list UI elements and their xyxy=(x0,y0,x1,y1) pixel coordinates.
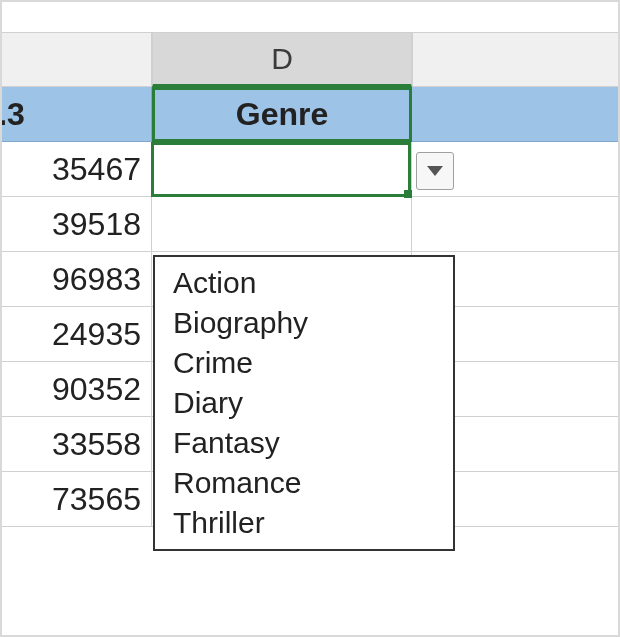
dropdown-option[interactable]: Biography xyxy=(159,303,449,343)
header-cell-prev[interactable]: .3 xyxy=(0,87,152,142)
dropdown-option[interactable]: Romance xyxy=(159,463,449,503)
dropdown-option[interactable]: Action xyxy=(159,263,449,303)
data-validation-dropdown-button[interactable] xyxy=(416,152,454,190)
cell-prev[interactable]: 90352 xyxy=(0,362,152,417)
data-validation-dropdown-list[interactable]: Action Biography Crime Diary Fantasy Rom… xyxy=(153,255,455,551)
dropdown-option[interactable]: Diary xyxy=(159,383,449,423)
data-row: 39518 xyxy=(0,197,620,252)
dropdown-option[interactable]: Thriller xyxy=(159,503,449,543)
column-header-D[interactable]: D xyxy=(152,32,412,87)
dropdown-option[interactable]: Crime xyxy=(159,343,449,383)
column-header-prev[interactable] xyxy=(0,32,152,87)
header-row: .3 Genre xyxy=(0,87,620,142)
screenshot-canvas: D .3 Genre 35467 39518 96983 24935 xyxy=(0,0,620,637)
cell-next[interactable] xyxy=(412,197,620,252)
chevron-down-icon xyxy=(427,162,443,180)
fill-handle[interactable] xyxy=(404,190,412,198)
header-cell-next[interactable] xyxy=(412,87,620,142)
cell-genre[interactable] xyxy=(152,197,412,252)
column-header-next[interactable] xyxy=(412,32,620,87)
header-cell-genre[interactable]: Genre xyxy=(152,87,412,142)
cell-prev[interactable]: 39518 xyxy=(0,197,152,252)
svg-marker-0 xyxy=(427,166,443,176)
cell-prev[interactable]: 35467 xyxy=(0,142,152,197)
cell-prev[interactable]: 73565 xyxy=(0,472,152,527)
cell-prev[interactable]: 96983 xyxy=(0,252,152,307)
active-cell-D2[interactable] xyxy=(151,142,411,197)
cell-prev[interactable]: 24935 xyxy=(0,307,152,362)
dropdown-option[interactable]: Fantasy xyxy=(159,423,449,463)
column-header-row: D xyxy=(0,32,620,87)
cell-prev[interactable]: 33558 xyxy=(0,417,152,472)
